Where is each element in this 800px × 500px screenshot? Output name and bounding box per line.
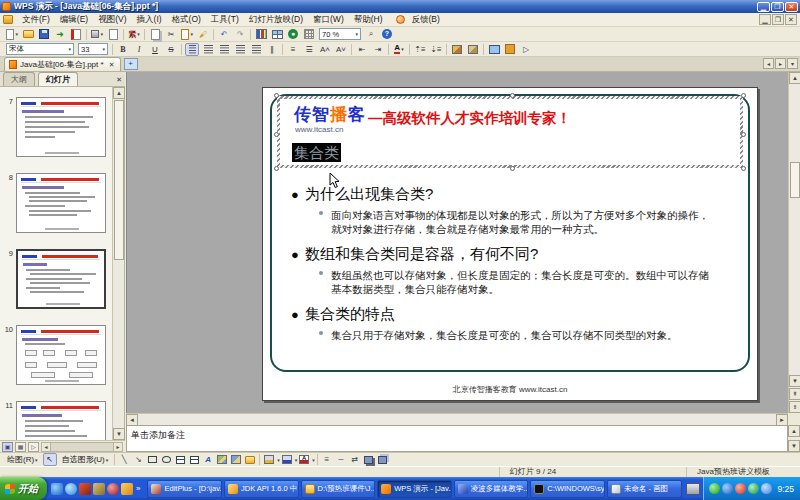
select-objects-button[interactable]: ↖	[43, 453, 57, 466]
scroll-down-icon[interactable]: ▼	[789, 375, 800, 387]
resize-handle[interactable]	[510, 166, 515, 171]
menu-tools[interactable]: 工具(T)	[206, 13, 244, 26]
tray-clock[interactable]: 9:25	[777, 484, 794, 494]
fill-color-button[interactable]	[263, 454, 275, 465]
menu-feedback[interactable]: 反馈(B)	[407, 13, 445, 26]
main-h-scrollbar[interactable]: ◄ ►	[126, 413, 788, 425]
panel-h-scrollbar[interactable]: ◄ ►	[41, 442, 123, 452]
tab-scroll-left-button[interactable]: ◂	[763, 58, 774, 69]
doc-restore-button[interactable]: ❐	[772, 14, 784, 25]
insert-chart-button[interactable]	[254, 28, 268, 41]
slide-canvas[interactable]: 传智播客 www.itcast.cn —高级软件人才实作培训专家！ 集合类 ●为…	[262, 87, 758, 401]
italic-button[interactable]: I	[132, 43, 146, 56]
numbered-list-button[interactable]: ≡	[286, 43, 300, 56]
slide-sorter-button[interactable]	[503, 43, 517, 56]
tray-blue-icon[interactable]	[722, 483, 733, 494]
decrease-font-button[interactable]: A˅	[334, 43, 348, 56]
panel-close-icon[interactable]: ✕	[116, 76, 122, 84]
taskbar-folder-button[interactable]: D:\预热班课件\J...	[301, 480, 376, 498]
next-slide-icon[interactable]: ⇟	[789, 401, 800, 413]
close-button[interactable]: ✕	[785, 2, 798, 12]
align-justify-button[interactable]	[233, 43, 247, 56]
menu-format[interactable]: 格式(O)	[167, 13, 206, 26]
arrow-style-button[interactable]: ⇄	[349, 454, 361, 465]
slideshow-view-icon[interactable]: ▷	[28, 442, 39, 452]
tab-slides[interactable]: 幻灯片	[38, 72, 78, 86]
quicklaunch-app1-icon[interactable]	[79, 483, 91, 495]
insert-file-button[interactable]	[244, 454, 256, 465]
notes-scroll-down-icon[interactable]: ▼	[788, 440, 800, 452]
thumbnail-slide-10[interactable]: 10	[0, 325, 113, 385]
quicklaunch-app2-icon[interactable]	[93, 483, 105, 495]
line-style-button[interactable]: ≡	[321, 454, 333, 465]
quicklaunch-browser-icon[interactable]	[65, 483, 77, 495]
dash-style-button[interactable]: ┄	[335, 454, 347, 465]
find-button[interactable]: ⌕	[364, 28, 378, 41]
taskbar-paint-button[interactable]: 未命名 - 画图	[607, 480, 682, 498]
decrease-indent-button[interactable]: ⇤	[355, 43, 369, 56]
3d-style-button[interactable]	[377, 454, 389, 465]
taskbar-cmd-button[interactable]: C:\WINDOWS\sy...	[530, 480, 605, 498]
ellipse-tool-button[interactable]	[160, 454, 172, 465]
tray-shield-icon[interactable]	[748, 483, 759, 494]
strikethrough-button[interactable]: S	[164, 43, 178, 56]
quicklaunch-app4-icon[interactable]	[121, 483, 133, 495]
slide-title-selected[interactable]: 集合类	[292, 143, 341, 162]
slide-design-button[interactable]	[450, 43, 464, 56]
vertical-textbox-tool-button[interactable]	[188, 454, 200, 465]
selected-textbox-border[interactable]: 传智播客 www.itcast.cn —高级软件人才实作培训专家！ 集合类	[277, 96, 743, 168]
tab-close-icon[interactable]: ✕	[108, 61, 116, 69]
increase-indent-button[interactable]: ⇥	[371, 43, 385, 56]
sorter-view-icon[interactable]: ▦	[15, 442, 26, 452]
tray-update-icon[interactable]	[761, 483, 772, 494]
panel-scrollbar[interactable]: ▲ ▼	[112, 87, 124, 440]
undo-button[interactable]: ↶	[217, 28, 231, 41]
line-tool-button[interactable]: ╲	[118, 454, 130, 465]
wps-feature-button[interactable]: 紧▾	[127, 28, 141, 41]
scroll-thumb[interactable]	[790, 162, 800, 198]
export-button[interactable]: ➜	[53, 28, 67, 41]
quicklaunch-overflow-icon[interactable]: »	[136, 484, 140, 493]
resize-handle[interactable]	[274, 93, 279, 98]
resize-handle[interactable]	[741, 166, 746, 171]
wordart-button[interactable]: A	[202, 454, 214, 465]
tab-scroll-right-button[interactable]: ▸	[775, 58, 786, 69]
arrow-tool-button[interactable]: ↘	[132, 454, 144, 465]
notes-pane[interactable]: 单击添加备注	[126, 425, 788, 452]
doc-close-button[interactable]: ✕	[785, 14, 797, 25]
play-slideshow-button[interactable]: ▷	[519, 43, 533, 56]
menu-window[interactable]: 窗口(W)	[308, 13, 349, 26]
resize-handle[interactable]	[741, 132, 746, 137]
bold-button[interactable]: B	[116, 43, 130, 56]
notes-scroll-up-icon[interactable]: ▲	[788, 425, 800, 437]
panel-h-scroll-left-icon[interactable]: ◄	[42, 443, 51, 451]
notes-scrollbar[interactable]: ▲ ▼	[788, 425, 800, 452]
copy-button[interactable]	[148, 28, 162, 41]
pdf-export-button[interactable]	[69, 28, 83, 41]
quicklaunch-app3-icon[interactable]	[107, 483, 119, 495]
normal-view-icon[interactable]: ▣	[2, 442, 13, 452]
tab-outline[interactable]: 大纲	[3, 72, 35, 86]
autoshapes-menu-button[interactable]: 自选图形(U)▾	[58, 454, 113, 466]
font-color-button[interactable]: A▾	[392, 43, 406, 56]
line-color-button[interactable]	[281, 454, 293, 465]
taskbar-lingbo-button[interactable]: 凌波多媒体教学...	[454, 480, 529, 498]
zoom-select[interactable]: 70 %▾	[319, 28, 361, 40]
restore-button[interactable]: ❐	[771, 2, 784, 12]
start-button[interactable]: 开始	[0, 477, 47, 500]
help-button[interactable]: ?	[380, 28, 394, 41]
thumbnail-slide-8[interactable]: 8	[0, 173, 113, 233]
resize-handle[interactable]	[741, 93, 746, 98]
panel-scroll-thumb[interactable]	[114, 100, 124, 260]
textbox-tool-button[interactable]	[174, 454, 186, 465]
normal-view-button[interactable]	[487, 43, 501, 56]
document-tab[interactable]: Java基础[06-集合].ppt * ✕	[4, 57, 121, 71]
printer-status-icon[interactable]	[686, 483, 700, 495]
menu-view[interactable]: 视图(V)	[93, 13, 131, 26]
scroll-up-icon[interactable]: ▲	[789, 72, 800, 84]
vertical-text-button[interactable]: ∥	[265, 43, 279, 56]
resize-handle[interactable]	[274, 132, 279, 137]
taskbar-jdk-api-button[interactable]: JDK API 1.6.0 中...	[224, 480, 299, 498]
slide-layout-button[interactable]	[466, 43, 480, 56]
tray-red-icon[interactable]	[735, 483, 746, 494]
